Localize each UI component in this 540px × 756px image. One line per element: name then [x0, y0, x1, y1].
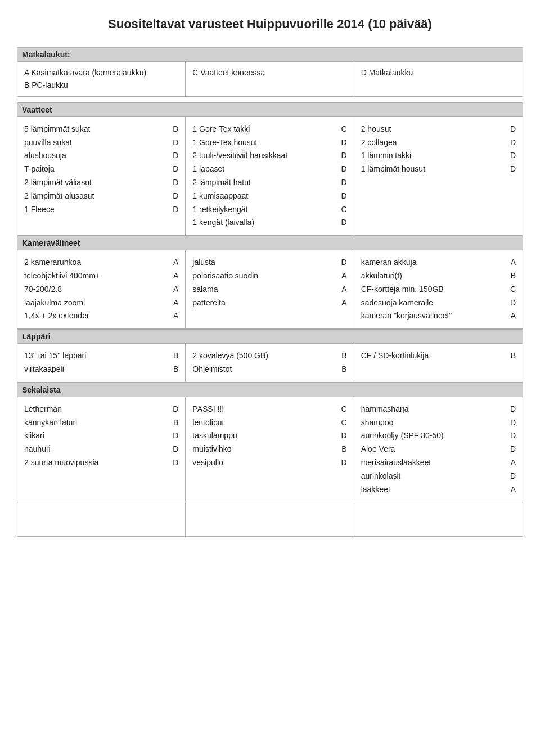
- list-item: polarisaatio suodinA: [192, 269, 346, 283]
- item-label: akkulaturi(t): [361, 269, 502, 283]
- item-code: B: [169, 416, 178, 430]
- item-code: D: [507, 296, 516, 310]
- item-label: Aloe Vera: [361, 443, 502, 456]
- list-item: 2 kamerarunkoaA: [24, 256, 178, 269]
- item-code: A: [169, 269, 178, 283]
- item-label: 2 tuuli-/vesitiiviit hansikkaat: [192, 149, 333, 163]
- list-item: kameran akkujaA: [361, 256, 516, 269]
- list-item: kännykän laturiB: [24, 416, 178, 430]
- list-item: 2 lämpimät alusasutD: [24, 190, 178, 203]
- item-label: CF-kortteja min. 150GB: [361, 283, 502, 296]
- list-item: 1 lapasetD: [192, 163, 346, 176]
- list-item: 2 lämpimät hatutD: [192, 176, 346, 190]
- page-title: Suositeltavat varusteet Huippuvuorille 2…: [17, 11, 523, 37]
- list-item: 2 collageaD: [361, 136, 516, 150]
- matkalaukut-header: Matkalaukut:: [17, 48, 523, 61]
- list-item: 2 kovalevyä (500 GB)B: [192, 349, 346, 363]
- item-code: B: [169, 363, 178, 376]
- list-item: taskulamppuD: [192, 429, 346, 443]
- item-code: D: [507, 136, 516, 150]
- item-label: laajakulma zoomi: [24, 296, 165, 310]
- section-kameravälineet-cell-2: kameran akkujaAakkulaturi(t)BCF-kortteja…: [354, 250, 523, 329]
- list-item: kiikariD: [24, 429, 178, 443]
- item-code: A: [169, 296, 178, 310]
- item-label: 2 suurta muovipussia: [24, 456, 165, 470]
- item-code: B: [507, 269, 516, 283]
- bottom-empty-cell-1: [17, 502, 186, 536]
- item-label: muistivihko: [192, 443, 333, 456]
- list-item: 70-200/2.8A: [24, 283, 178, 296]
- item-label: 1 kengät (laivalla): [192, 216, 333, 230]
- section-läppäri-cell-1: 2 kovalevyä (500 GB)BOhjelmistotB: [186, 344, 354, 382]
- item-label: 5 lämpimmät sukat: [24, 123, 165, 136]
- list-item: sadesuoja kameralleD: [361, 296, 516, 310]
- item-code: A: [507, 309, 516, 323]
- list-item: lääkkeetA: [361, 483, 516, 497]
- item-label: hammasharja: [361, 403, 502, 416]
- item-code: D: [338, 429, 347, 443]
- item-code: D: [169, 123, 178, 136]
- list-item: Aloe VeraD: [361, 443, 516, 456]
- item-label: vesipullo: [192, 456, 333, 470]
- item-label: Ohjelmistot: [192, 363, 333, 376]
- item-label: merisairauslääkkeet: [361, 456, 502, 470]
- item-label: 2 kovalevyä (500 GB): [192, 349, 333, 363]
- section-sekalaista-cell-0: LethermanDkännykän laturiBkiikariDnauhur…: [17, 397, 186, 503]
- list-item: jalustaD: [192, 256, 346, 269]
- section-title-vaatteet: Vaatteet: [17, 103, 523, 117]
- list-item: kameran "korjausvälineet"A: [361, 309, 516, 323]
- item-label: T-paitoja: [24, 163, 165, 176]
- section-kameravälineet-cell-0: 2 kamerarunkoaAteleobjektiivi 400mm+A70-…: [17, 250, 186, 329]
- list-item: CF / SD-kortinlukijaB: [361, 349, 516, 363]
- list-item: hammasharjaD: [361, 403, 516, 416]
- item-code: D: [169, 190, 178, 203]
- item-label: sadesuoja kameralle: [361, 296, 502, 310]
- item-label: teleobjektiivi 400mm+: [24, 269, 165, 283]
- item-code: D: [338, 256, 347, 269]
- section-sekalaista-cell-2: hammasharjaDshampooDaurinkoöljy (SPF 30-…: [354, 397, 523, 503]
- list-item: 2 housutD: [361, 123, 516, 136]
- matkalaukut-cell-ab: A Käsimatkatavara (kameralaukku) B PC-la…: [17, 62, 186, 96]
- matkalaukut-cell-d: D Matkalaukku: [354, 62, 523, 96]
- list-item: 1 retkeilykengätC: [192, 203, 346, 217]
- item-code: A: [507, 256, 516, 269]
- item-label: 1 retkeilykengät: [192, 203, 333, 217]
- item-label: kiikari: [24, 429, 165, 443]
- section-kameravälineet-cell-1: jalustaDpolarisaatio suodinAsalamaApatte…: [186, 250, 354, 329]
- section-title-läppäri: Läppäri: [17, 330, 523, 344]
- item-code: C: [338, 123, 347, 136]
- item-code: B: [169, 349, 178, 363]
- item-code: D: [507, 416, 516, 430]
- item-label: alushousuja: [24, 149, 165, 163]
- item-label: 1 Gore-Tex takki: [192, 123, 333, 136]
- item-label: kännykän laturi: [24, 416, 165, 430]
- matkalaukut-body: A Käsimatkatavara (kameralaukku) B PC-la…: [17, 61, 523, 96]
- item-code: D: [338, 176, 347, 190]
- item-label: 13'' tai 15'' lappäri: [24, 349, 165, 363]
- matkalaukut-section: Matkalaukut: A Käsimatkatavara (kamerala…: [17, 47, 523, 97]
- item-label: salama: [192, 283, 333, 296]
- item-label: 70-200/2.8: [24, 283, 165, 296]
- section-vaatteet-cell-2: 2 housutD2 collageaD1 lämmin takkiD1 läm…: [354, 117, 523, 236]
- list-item: 2 lämpimät väliasutD: [24, 176, 178, 190]
- list-item: merisairauslääkkeetA: [361, 456, 516, 470]
- item-code: B: [338, 363, 347, 376]
- item-code: B: [338, 349, 347, 363]
- item-code: A: [169, 283, 178, 296]
- item-code: D: [169, 163, 178, 176]
- section-vaatteet-cell-1: 1 Gore-Tex takkiC1 Gore-Tex housutD2 tuu…: [186, 117, 354, 236]
- list-item: 1 Gore-Tex takkiC: [192, 123, 346, 136]
- item-code: D: [507, 403, 516, 416]
- item-label: 2 lämpimät hatut: [192, 176, 333, 190]
- list-item: 1 lämpimät housutD: [361, 163, 516, 176]
- item-code: D: [507, 163, 516, 176]
- list-item: salamaA: [192, 283, 346, 296]
- item-label: 1 Fleece: [24, 203, 165, 217]
- item-code: D: [169, 149, 178, 163]
- section-läppäri: Läppäri13'' tai 15'' lappäriBvirtakaapel…: [17, 329, 523, 382]
- list-item: aurinkolasitD: [361, 470, 516, 483]
- item-label: 1 lämmin takki: [361, 149, 502, 163]
- item-code: D: [169, 456, 178, 470]
- matkalaukut-item-b: B PC-laukku: [24, 79, 178, 91]
- list-item: alushousujaD: [24, 149, 178, 163]
